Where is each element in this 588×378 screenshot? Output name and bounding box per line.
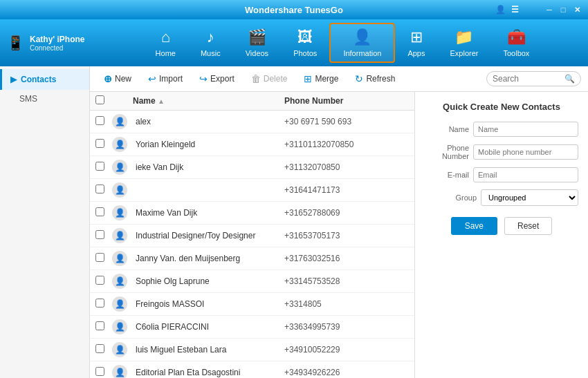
menu-icon[interactable]: ☰: [511, 5, 519, 15]
table-row[interactable]: 👤 luis Miguel Esteban Lara +34910052229: [90, 339, 414, 361]
row-name: alex: [133, 117, 284, 126]
apps-icon: ⊞: [410, 28, 423, 46]
delete-button[interactable]: 🗑 Delete: [244, 70, 295, 87]
import-button[interactable]: ↩ Import: [141, 70, 190, 87]
table-row[interactable]: 👤 +31641471173: [90, 179, 414, 202]
table-row[interactable]: 👤 Industrial Designer/Toy Designer +3165…: [90, 225, 414, 247]
nav-item-explorer[interactable]: 📁 Explorer: [437, 23, 490, 63]
avatar-icon: 👤: [112, 114, 127, 129]
group-select[interactable]: Ungrouped: [481, 189, 578, 206]
nav-item-home[interactable]: ⌂ Home: [143, 23, 188, 63]
main-area: ▶ Contacts SMS ⊕ New ↩ Import ↪ Export 🗑: [0, 66, 588, 378]
select-all-checkbox[interactable]: [95, 95, 104, 104]
merge-button[interactable]: ⊞ Merge: [297, 70, 345, 87]
row-name: Maxime Van Dijk: [133, 208, 284, 218]
quick-create-panel: Quick Create New Contacts Name Phone Num…: [415, 92, 588, 378]
row-checkbox[interactable]: [95, 230, 112, 241]
nav-item-videos[interactable]: 🎬 Videos: [233, 23, 281, 63]
device-icon: 📱: [7, 35, 24, 51]
reset-button[interactable]: Reset: [504, 217, 552, 235]
row-checkbox[interactable]: [95, 344, 112, 355]
nav-item-music[interactable]: ♪ Music: [188, 23, 233, 63]
email-input[interactable]: [473, 167, 578, 182]
contact-list: Name ▲ Phone Number 👤 alex +30 6971 590 …: [90, 92, 415, 378]
row-name: Yorian Kleingeld: [133, 140, 284, 149]
refresh-button[interactable]: ↻ Refresh: [348, 70, 402, 87]
row-checkbox[interactable]: [95, 162, 112, 173]
new-icon: ⊕: [104, 73, 112, 84]
search-input[interactable]: [493, 74, 562, 84]
home-icon: ⌂: [161, 28, 170, 46]
table-row[interactable]: 👤 alex +30 6971 590 693: [90, 111, 414, 133]
row-phone: +31641471173: [284, 185, 409, 195]
table-row[interactable]: 👤 C6olia PIERACCINI +33634995739: [90, 316, 414, 339]
row-phone: +31101132070850: [284, 140, 409, 149]
app-title: Wondershare TunesGo: [245, 5, 343, 15]
row-checkbox[interactable]: [95, 207, 112, 218]
nav-label-apps: Apps: [407, 49, 425, 57]
minimize-button[interactable]: ─: [544, 4, 555, 15]
search-icon: 🔍: [564, 74, 575, 84]
row-checkbox[interactable]: [95, 253, 112, 264]
toolbox-icon: 🧰: [507, 28, 526, 46]
sidebar-item-contacts[interactable]: ▶ Contacts: [0, 69, 89, 90]
nav-label-music: Music: [201, 49, 221, 57]
avatar-icon: 👤: [112, 319, 127, 334]
import-icon: ↩: [148, 73, 156, 84]
refresh-icon: ↻: [355, 73, 363, 84]
row-checkbox[interactable]: [95, 367, 112, 378]
save-button[interactable]: Save: [451, 217, 497, 235]
nav-label-toolbox: Toolbox: [503, 49, 529, 57]
nav-item-information[interactable]: 👤 Information: [329, 23, 395, 63]
nav-item-toolbox[interactable]: 🧰 Toolbox: [490, 23, 542, 63]
music-icon: ♪: [207, 28, 214, 46]
user-icon[interactable]: 👤: [495, 5, 506, 15]
table-row[interactable]: 👤 Maxime Van Dijk +31652788069: [90, 202, 414, 225]
row-phone: +31132070850: [284, 162, 409, 172]
row-checkbox[interactable]: [95, 299, 112, 310]
phone-label: Phone Number: [425, 144, 469, 160]
row-checkbox[interactable]: [95, 116, 112, 127]
row-avatar: 👤: [112, 114, 133, 129]
maximize-button[interactable]: □: [558, 4, 569, 15]
table-row[interactable]: 👤 Sophie Olg Laprune +33145753528: [90, 270, 414, 293]
phone-form-row: Phone Number: [425, 144, 578, 160]
header-phone-col[interactable]: Phone Number: [284, 96, 409, 106]
sidebar-item-sms[interactable]: SMS: [0, 90, 89, 108]
row-checkbox[interactable]: [95, 139, 112, 150]
header-name-col[interactable]: Name ▲: [133, 96, 284, 106]
row-name: Freingois MASSOI: [133, 299, 284, 309]
avatar-icon: 👤: [112, 137, 127, 152]
row-name: ieke Van Dijk: [133, 162, 284, 172]
row-avatar: 👤: [112, 160, 133, 175]
quick-create-title: Quick Create New Contacts: [425, 102, 578, 112]
table-row[interactable]: 👤 Freingois MASSOI +3314805: [90, 293, 414, 316]
delete-icon: 🗑: [251, 73, 261, 84]
phone-input[interactable]: [473, 144, 578, 160]
nav-item-photos[interactable]: 🖼 Photos: [281, 23, 329, 63]
row-checkbox[interactable]: [95, 185, 112, 196]
avatar-icon: 👤: [112, 296, 127, 312]
avatar-icon: 👤: [112, 251, 127, 266]
table-row[interactable]: 👤 Janny Van. den Muijsenberg +3176303251…: [90, 247, 414, 270]
phone-column-label: Phone Number: [284, 96, 343, 106]
nav-item-apps[interactable]: ⊞ Apps: [395, 23, 437, 63]
name-input[interactable]: [473, 122, 578, 137]
nav-items: ⌂ Home ♪ Music 🎬 Videos 🖼 Photos 👤 Infor…: [104, 23, 581, 63]
row-checkbox[interactable]: [95, 321, 112, 332]
new-button[interactable]: ⊕ New: [97, 70, 138, 87]
search-box: 🔍: [486, 71, 581, 86]
row-phone: +34934926226: [284, 368, 409, 377]
row-checkbox[interactable]: [95, 276, 112, 287]
information-icon: 👤: [353, 28, 371, 46]
close-button[interactable]: ✕: [571, 4, 582, 15]
name-form-row: Name: [425, 122, 578, 137]
export-button[interactable]: ↪ Export: [192, 70, 241, 87]
row-name: Sophie Olg Laprune: [133, 276, 284, 286]
table-row[interactable]: 👤 Editorial Plan Eta Dsagostini +3493492…: [90, 361, 414, 378]
row-avatar: 👤: [112, 319, 133, 334]
table-row[interactable]: 👤 Yorian Kleingeld +31101132070850: [90, 133, 414, 156]
table-container: Name ▲ Phone Number 👤 alex +30 6971 590 …: [90, 92, 588, 378]
avatar-icon: 👤: [112, 342, 127, 357]
table-row[interactable]: 👤 ieke Van Dijk +31132070850: [90, 156, 414, 179]
